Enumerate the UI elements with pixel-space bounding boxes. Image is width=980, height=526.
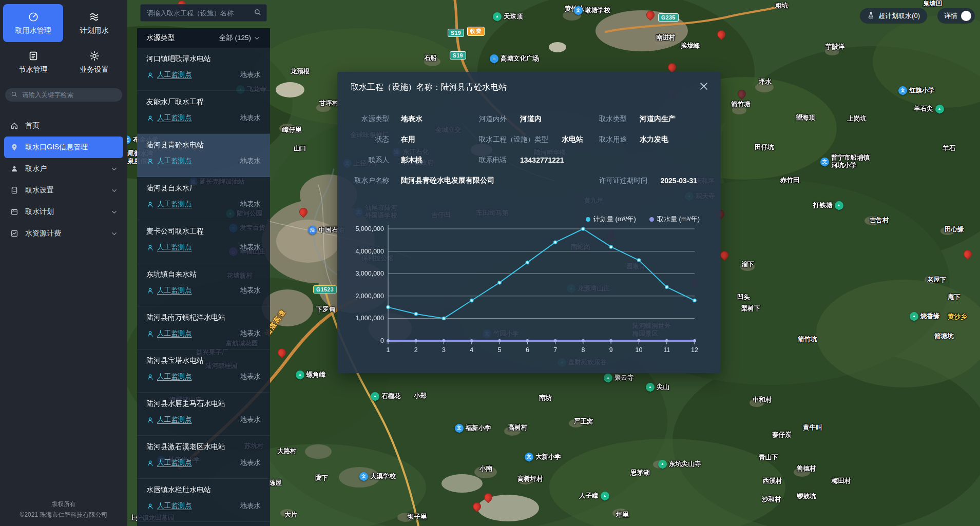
legend-item[interactable]: 取水量 (m³/年) xyxy=(649,215,700,224)
svg-text:7: 7 xyxy=(553,346,557,354)
sidebar-search-input[interactable] xyxy=(21,91,117,99)
map-label: 大片 xyxy=(284,511,297,519)
field: 河道内外河道内 xyxy=(479,109,542,129)
svg-text:2,000,000: 2,000,000 xyxy=(355,293,384,300)
field-value: 陆河县青砼水电发展有限公司 xyxy=(401,176,494,185)
sidebar-search[interactable] xyxy=(5,88,122,102)
svg-text:0: 0 xyxy=(380,337,384,344)
sidebar-item-user[interactable]: 取水户 xyxy=(4,158,123,180)
monitor-type-link[interactable]: 人工监测点 xyxy=(157,372,192,381)
monitor-type-link[interactable]: 人工监测点 xyxy=(157,329,192,338)
list-item[interactable]: 陆河县激石溪老区水电站 人工监测点 地表水 xyxy=(137,436,270,479)
sidebar-item-bill[interactable]: 水资源计费 xyxy=(4,223,123,244)
detail-toggle[interactable]: 详情 xyxy=(937,8,975,24)
flask-icon xyxy=(867,11,875,21)
map-label-text: 芋陂洋 xyxy=(825,43,845,51)
home-icon xyxy=(10,122,18,130)
module-doc[interactable]: 节水管理 xyxy=(3,43,63,81)
svg-text:8: 8 xyxy=(581,346,585,354)
map-label: 严王窝 xyxy=(574,418,593,425)
map-label: 文普宁市船埔镇 河坑小学 xyxy=(820,154,870,169)
module-gauge[interactable]: 取用水管理 xyxy=(3,4,63,42)
user-icon xyxy=(10,165,18,173)
field-value: 河道内 xyxy=(520,114,542,124)
source-type-filter: 水源类型 全部 (125) xyxy=(137,28,270,48)
map-label: 文大新小学 xyxy=(525,453,561,461)
module-label: 取用水管理 xyxy=(15,26,51,35)
list-item[interactable]: 水唇镇水栏肚水电站 人工监测点 地表水 xyxy=(137,479,270,522)
list-item[interactable]: 河口镇唱歌潭水电站 人工监测点 地表水 xyxy=(137,48,270,91)
map-label-text: 甘坪村 xyxy=(319,100,339,107)
monitor-type-link[interactable]: 人工监测点 xyxy=(157,458,192,467)
map-label: 溜下 xyxy=(741,261,754,268)
map-label: 陇下 xyxy=(315,474,328,482)
list-item[interactable]: 陆河县青砼水电站 人工监测点 地表水 xyxy=(137,134,270,177)
map-label-text: 溜下 xyxy=(741,261,754,268)
field-label: 取水类型 xyxy=(599,114,627,124)
sidebar-item-pin[interactable]: 取水口GIS信息管理 xyxy=(4,137,123,158)
list-item[interactable]: 麦卡公司取水工程 人工监测点 地表水 xyxy=(137,220,270,263)
bill-icon xyxy=(10,229,18,238)
monitor-type-link[interactable]: 人工监测点 xyxy=(157,243,192,252)
map-label: 文墩塘学校 xyxy=(574,6,610,15)
monitor-type-link[interactable]: 人工监测点 xyxy=(157,415,192,424)
map-label-text: 梨树下 xyxy=(741,305,761,313)
monitor-type-link[interactable]: 人工监测点 xyxy=(157,157,192,166)
sidebar-item-home[interactable]: 首页 xyxy=(4,115,123,137)
park-icon: ▲ xyxy=(658,460,667,469)
list-item[interactable]: 陆河县自来水厂 人工监测点 地表水 xyxy=(137,177,270,220)
monitor-type-link[interactable]: 人工监测点 xyxy=(157,286,192,295)
module-waves[interactable]: 计划用水 xyxy=(64,4,124,42)
chevron-down-icon xyxy=(110,165,118,173)
list-item[interactable]: 陆河县水唇走马石水电站 人工监测点 地表水 xyxy=(137,393,270,436)
over-plan-intake-button[interactable]: 超计划取水(0) xyxy=(860,8,927,24)
list-item[interactable]: 陆河县南万镇杞洋水电站 人工监测点 地表水 xyxy=(137,306,270,349)
list-item[interactable]: 陆河县宝塔水电站 人工监测点 地表水 xyxy=(137,349,270,393)
legend-dot xyxy=(586,217,590,222)
list-item[interactable]: 东坑镇自来水站 人工监测点 地表水 xyxy=(137,263,270,306)
map-label-text: 黄牛叫 xyxy=(803,424,822,432)
copyright-line2: ©2021 珠海市仁智科技有限公司 xyxy=(0,510,127,520)
sidebar-item-db[interactable]: 取水设置 xyxy=(4,180,123,201)
map-label-text: 东坑尖山寺 xyxy=(669,460,701,468)
filter-value-dropdown[interactable]: 全部 (125) xyxy=(219,33,261,43)
map-label-text: 大片 xyxy=(284,511,297,519)
svg-text:10: 10 xyxy=(636,346,643,354)
field-row: 状态在用取水工程（设施）类型水电站取水用途水力发电 xyxy=(337,129,721,150)
map-label: 西溪村 xyxy=(763,477,782,485)
map-label: 下罗甸 xyxy=(316,306,336,314)
sidebar-item-plan[interactable]: 取水计划 xyxy=(4,201,123,223)
module-label: 业务设置 xyxy=(80,65,109,74)
module-gear[interactable]: 业务设置 xyxy=(64,43,124,81)
monitor-type-link[interactable]: 人工监测点 xyxy=(157,501,192,511)
field-label: 取水工程（设施）类型 xyxy=(479,135,548,144)
field: 联系电话13432771221 xyxy=(479,150,564,170)
map-label: 大路村 xyxy=(277,447,297,455)
map-label: 打铁塘▲ xyxy=(813,201,843,210)
station-search-input[interactable] xyxy=(146,9,249,17)
toggle-knob[interactable] xyxy=(961,11,971,21)
map-label: 人子嶂▲ xyxy=(579,492,609,500)
list-item[interactable]: 友能水厂取水工程 人工监测点 地表水 xyxy=(137,91,270,134)
svg-text:4: 4 xyxy=(470,346,473,354)
legend-item[interactable]: 计划量 (m³/年) xyxy=(586,215,636,224)
monitor-type-link[interactable]: 人工监测点 xyxy=(157,70,192,80)
close-icon[interactable] xyxy=(698,81,709,92)
field-value: 水力发电 xyxy=(640,135,668,144)
station-search[interactable] xyxy=(140,4,267,22)
monitor-type-link[interactable]: 人工监测点 xyxy=(157,200,192,209)
monitor-type-link[interactable]: 人工监测点 xyxy=(157,113,192,123)
plan-icon xyxy=(10,208,18,216)
svg-text:1: 1 xyxy=(387,346,390,354)
map-label-text: 挨垅峰 xyxy=(681,42,700,50)
map-label: ▲聚云寺 xyxy=(604,374,634,382)
map-label: ▲石榴花 xyxy=(371,392,401,401)
map-label-text: 普宁市船埔镇 河坑小学 xyxy=(831,154,870,169)
map-label: 上岗坑 xyxy=(847,115,867,123)
station-list-panel: 水源类型 全部 (125) 河口镇唱歌潭水电站 人工监测点 地表水 友能水厂取水… xyxy=(137,28,270,526)
map-label-text: 人子嶂 xyxy=(579,492,599,500)
school-icon: 文 xyxy=(820,158,829,166)
park-icon: ▲ xyxy=(910,312,918,321)
person-icon xyxy=(146,373,154,381)
field-label: 河道内外 xyxy=(479,114,507,124)
